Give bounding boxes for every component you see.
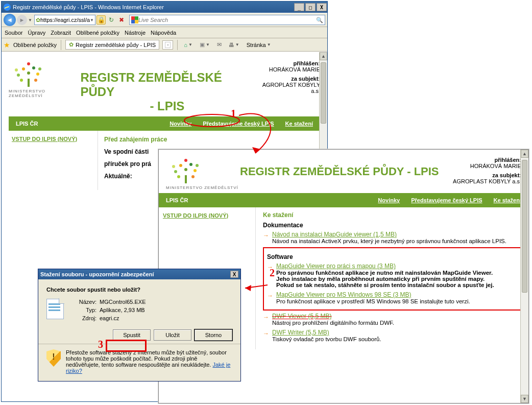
docs-heading: Dokumentace	[263, 222, 521, 229]
favorites-label[interactable]: Oblíbené položky	[13, 42, 57, 48]
download-item: → MapGuide Viewer pro práci s mapou (3 M…	[267, 263, 517, 288]
search-bar[interactable]: 🔍	[129, 15, 325, 25]
bullet-arrow-icon: →	[263, 314, 269, 321]
file-icon	[46, 299, 64, 319]
rss-icon: ▣	[200, 41, 205, 48]
forward-button[interactable]: ►	[17, 15, 27, 25]
scroll-down-icon[interactable]: ▼	[521, 395, 528, 403]
user-info: přihlášen: HORÁKOVÁ MARIE za subjekt: AG…	[453, 155, 521, 184]
dialog-close-button[interactable]: X	[230, 271, 238, 278]
bullet-arrow-icon: →	[263, 232, 269, 239]
download-item: → DWF Viewer (5,5 MB) Nástroj pro prohlí…	[263, 313, 521, 326]
ie-navbar: ◄ ► ▼ ✿ ▼ 🔒 ↻ ✖ 🔍	[2, 13, 327, 27]
file-type: Aplikace, 2,93 MB	[100, 307, 146, 313]
new-tab-button[interactable]: ▫	[162, 40, 173, 50]
scroll-up-icon[interactable]: ▲	[521, 150, 528, 158]
scroll-thumb[interactable]	[522, 160, 527, 293]
nav-novinky[interactable]: Novinky	[170, 121, 191, 127]
download-item: → MapGuide Viewer pro MS Windows 98 SE (…	[267, 291, 517, 304]
scroll-up-icon[interactable]: ▲	[320, 52, 327, 60]
dialog-question: Chcete soubor spustit nebo uložit?	[46, 287, 232, 293]
dialog-title: Stažení souboru - upozornění zabezpečení	[40, 271, 154, 277]
file-name: MGControl65.EXE	[100, 299, 146, 305]
search-go-icon[interactable]: 🔍	[316, 17, 323, 23]
page-menu-label: Stránka	[247, 42, 266, 48]
toolbar-separator	[177, 40, 178, 50]
site-icon: ✿	[36, 17, 40, 23]
section-heading: Před zahájením práce	[104, 136, 314, 143]
nav-novinky[interactable]: Novinky	[378, 197, 400, 203]
address-bar[interactable]: ✿ ▼	[34, 15, 95, 25]
ie-titlebar: Registr zemědělské půdy - LPIS - Windows…	[2, 2, 327, 13]
menu-soubor[interactable]: Soubor	[5, 30, 22, 36]
tab-title: Registr zemědělské půdy - LPIS	[76, 42, 156, 48]
nav-home[interactable]: LPIS ČR	[166, 197, 188, 203]
ie-favbar: ★ Oblíbené položky ✿ Registr zemědělské …	[2, 38, 327, 52]
feeds-split-button[interactable]: ▣▼	[198, 39, 212, 51]
lock-icon[interactable]: 🔒	[96, 15, 106, 25]
ie-menubar: Soubor Úpravy Zobrazit Oblíbené položky …	[2, 27, 327, 38]
scrollbar[interactable]: ▲ ▼	[520, 150, 528, 403]
back-button[interactable]: ◄	[4, 14, 16, 26]
nav-ke-stazeni[interactable]: Ke stažení	[494, 197, 521, 203]
menu-napoveda[interactable]: Nápověda	[151, 30, 176, 36]
scroll-thumb[interactable]	[321, 62, 326, 124]
url-input[interactable]	[40, 17, 90, 23]
home-icon: ⌂	[184, 42, 187, 48]
home-split-button[interactable]: ⌂▼	[182, 39, 195, 51]
nav-predstavujeme[interactable]: Představujeme český LPIS	[203, 121, 274, 127]
ie-logo-icon	[4, 4, 11, 11]
refresh-icon[interactable]: ↻	[107, 15, 116, 25]
history-dropdown-icon[interactable]: ▼	[28, 18, 33, 22]
page-menu-button[interactable]: Stránka▼	[245, 39, 273, 51]
window-title: Registr zemědělské půdy - LPIS - Windows…	[13, 4, 294, 10]
bullet-arrow-icon: →	[263, 330, 269, 337]
menu-upravy[interactable]: Úpravy	[28, 30, 45, 36]
sidebar-item-vstup[interactable]: VSTUP DO ILPIS (NOVÝ)	[163, 212, 228, 219]
menu-oblibene[interactable]: Oblíbené položky	[76, 30, 119, 36]
address-dropdown-icon[interactable]: ▼	[90, 18, 94, 22]
print-split-button[interactable]: 🖶▼	[227, 39, 241, 51]
browser-tab[interactable]: ✿ Registr zemědělské půdy - LPIS	[65, 40, 159, 50]
security-warning: Přestože software stažený z Internetu mů…	[46, 349, 232, 374]
dialog-titlebar: Stažení souboru - upozornění zabezpečení…	[38, 269, 240, 279]
download-link-sw2[interactable]: MapGuide Viewer pro MS Windows 98 SE (3 …	[276, 291, 412, 298]
ministry-logo: MINISTERSTVO ZEMĚDĚLSTVÍ	[166, 155, 240, 190]
window-maximize-button[interactable]: □	[305, 3, 316, 11]
favorites-star-icon[interactable]: ★	[4, 41, 10, 49]
nav-predstavujeme[interactable]: Představujeme český LPIS	[411, 197, 482, 203]
downloads-section: Ke stažení Dokumentace → Návod na instal…	[256, 207, 528, 349]
sidebar-item-vstup[interactable]: VSTUP DO ILPIS (NOVÝ)	[12, 136, 77, 142]
nav-home[interactable]: LPIS ČR	[16, 121, 38, 127]
lpis-navbar: LPIS ČR Novinky Představujeme český LPIS…	[9, 116, 320, 131]
search-input[interactable]	[138, 17, 316, 23]
download-item: → DWF Writer (5,5 MB) Tiskový ovladač pr…	[263, 329, 521, 342]
user-info: přihlášen: HORÁKOVÁ MARIE za subjekt: AG…	[254, 58, 320, 94]
stop-icon[interactable]: ✖	[117, 15, 126, 25]
page-title: REGISTR ZEMĚDĚLSKÉ PŮDY - LPIS	[80, 58, 254, 113]
nav-ke-stazeni[interactable]: Ke stažení	[285, 121, 313, 127]
download-link-sw1[interactable]: MapGuide Viewer pro práci s mapou (3 MB)	[276, 263, 396, 270]
download-link-doc1[interactable]: Návod na instalaci MapGuide viewer (1,5 …	[272, 231, 397, 238]
cancel-button[interactable]: Storno	[195, 329, 232, 341]
ministry-logo-label: MINISTERSTVO ZEMĚDĚLSTVÍ	[9, 89, 80, 98]
ministry-logo: MINISTERSTVO ZEMĚDĚLSTVÍ	[9, 58, 80, 98]
print-icon: 🖶	[229, 42, 234, 48]
window-close-button[interactable]: X	[317, 3, 327, 11]
download-link-sw3[interactable]: DWF Viewer (5,5 MB)	[272, 313, 331, 320]
mail-icon: ✉	[217, 41, 222, 48]
download-item: → Návod na instalaci MapGuide viewer (1,…	[263, 231, 521, 244]
menu-zobrazit[interactable]: Zobrazit	[51, 30, 71, 36]
toolbar-separator	[61, 40, 61, 50]
sidebar: VSTUP DO ILPIS (NOVÝ)	[9, 131, 98, 190]
run-button[interactable]: Spustit	[113, 329, 151, 341]
download-link-sw4[interactable]: DWF Writer (5,5 MB)	[272, 329, 329, 336]
search-provider-icon	[131, 16, 138, 23]
mail-button[interactable]: ✉	[215, 39, 224, 51]
window-minimize-button[interactable]: _	[294, 3, 304, 11]
save-button[interactable]: Uložit	[154, 329, 191, 341]
menu-nastroje[interactable]: Nástroje	[125, 30, 146, 36]
section-heading: Ke stažení	[263, 211, 521, 219]
lpis-navbar: LPIS ČR Novinky Představujeme český LPIS…	[159, 193, 528, 207]
file-source: eagri.cz	[100, 315, 146, 321]
